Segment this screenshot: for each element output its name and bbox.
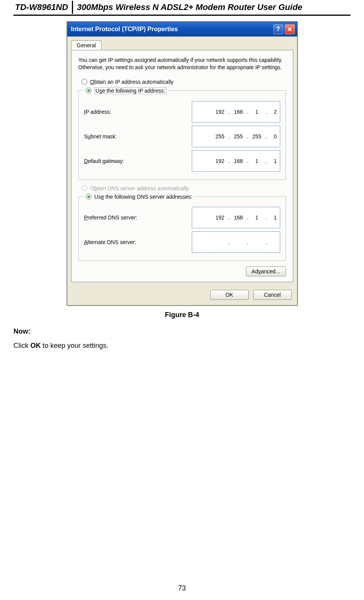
cancel-button[interactable]: Cancel <box>253 290 292 300</box>
dialog-button-row: OK Cancel <box>67 286 297 305</box>
ip-address-group: Use the following IP address: IP address… <box>78 87 286 180</box>
ip-address-input[interactable]: 192.168.1.2 <box>192 101 280 123</box>
tcpip-properties-dialog: Internet Protocol (TCP/IP) Properties ? … <box>67 22 298 306</box>
dialog-titlebar: Internet Protocol (TCP/IP) Properties ? … <box>67 22 297 37</box>
help-icon[interactable]: ? <box>273 24 283 34</box>
close-icon[interactable]: ✕ <box>285 24 295 34</box>
radio-ip-auto[interactable]: Obtain an IP address automatically <box>81 79 286 85</box>
tab-panel-general: You can get IP settings assigned automat… <box>71 50 293 282</box>
radio-icon <box>86 194 91 199</box>
ok-button[interactable]: OK <box>210 290 249 300</box>
radio-icon <box>81 79 87 85</box>
alternate-dns-label: Alternate DNS server: <box>84 239 192 245</box>
radio-dns-auto: Obtain DNS server address automatically <box>81 185 286 191</box>
subnet-mask-row: Subnet mask: 255.255.255.0 <box>84 126 280 147</box>
default-gateway-label: Default gateway: <box>84 158 192 164</box>
radio-icon <box>81 185 87 191</box>
default-gateway-row: Default gateway: 192.168.1.1 <box>84 150 280 172</box>
default-gateway-input[interactable]: 192.168.1.1 <box>192 150 280 172</box>
now-label: Now: <box>13 327 351 336</box>
advanced-row: Advanced... <box>78 266 286 276</box>
radio-label: Use the following IP address: <box>95 87 166 94</box>
ip-address-label: IP address: <box>84 109 192 115</box>
figure-caption: Figure B-4 <box>13 311 351 319</box>
instruction-text: Click OK to keep your settings. <box>13 342 351 350</box>
preferred-dns-input[interactable]: 192.168.1.1 <box>192 207 280 228</box>
radio-ip-manual[interactable]: Use the following IP address: <box>86 87 166 94</box>
radio-icon <box>86 88 91 93</box>
advanced-button[interactable]: Advanced... <box>246 266 286 276</box>
subnet-mask-label: Subnet mask: <box>84 133 192 140</box>
page-header: TD-W8961ND 300Mbps Wireless N ADSL2+ Mod… <box>13 0 351 16</box>
radio-label: Use the following DNS server addresses: <box>95 194 193 200</box>
radio-dns-manual[interactable]: Use the following DNS server addresses: <box>86 194 193 200</box>
model-number: TD-W8961ND <box>15 1 73 14</box>
radio-label: Obtain an IP address automatically <box>90 79 174 85</box>
guide-title: 300Mbps Wireless N ADSL2+ Modem Router U… <box>73 1 302 14</box>
intro-text: You can get IP settings assigned automat… <box>78 57 286 71</box>
alternate-dns-row: Alternate DNS server: ... <box>84 231 280 253</box>
alternate-dns-input[interactable]: ... <box>192 231 280 253</box>
page-number: 73 <box>0 584 364 592</box>
dns-group: Use the following DNS server addresses: … <box>78 194 286 261</box>
preferred-dns-label: Preferred DNS server: <box>84 214 192 221</box>
ip-address-row: IP address: 192.168.1.2 <box>84 101 280 123</box>
tab-strip: General <box>67 37 297 50</box>
radio-label: Obtain DNS server address automatically <box>90 185 189 191</box>
dialog-title: Internet Protocol (TCP/IP) Properties <box>71 26 272 33</box>
tab-general[interactable]: General <box>71 40 102 50</box>
preferred-dns-row: Preferred DNS server: 192.168.1.1 <box>84 207 280 228</box>
subnet-mask-input[interactable]: 255.255.255.0 <box>192 126 280 147</box>
